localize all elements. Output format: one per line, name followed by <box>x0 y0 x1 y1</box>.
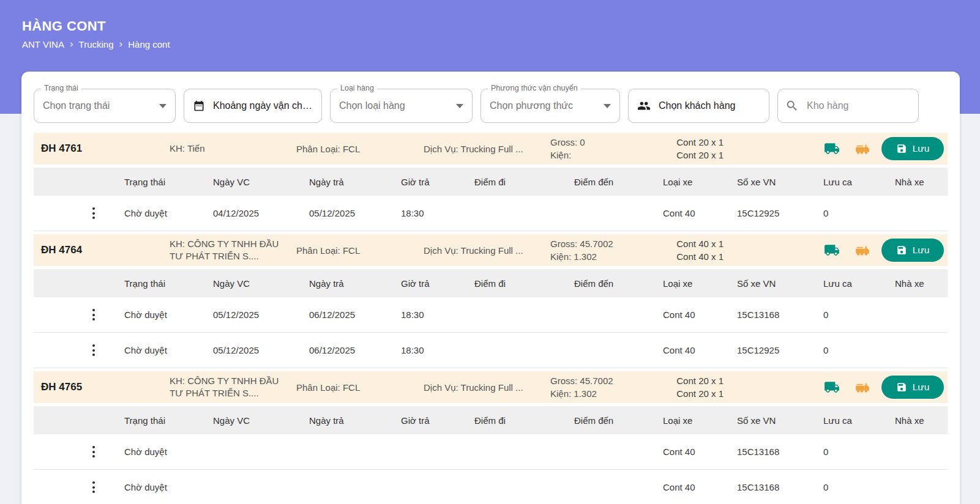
page-title: HÀNG CONT <box>22 18 980 34</box>
cell-status: Chờ duyệt <box>124 345 213 355</box>
order-gross: Gross: 45.7002 <box>550 374 656 387</box>
truck-icon[interactable] <box>824 141 840 157</box>
order-row: ĐH 4764 KH: CÔNG TY TNHH ĐẦU TƯ PHÁT TRI… <box>34 234 948 266</box>
row-menu-button[interactable] <box>89 479 99 495</box>
column-header: Trạng thái <box>124 177 213 187</box>
warehouse-search-input[interactable] <box>807 100 911 111</box>
column-header: Lưu ca <box>823 177 895 187</box>
customer-select-label: Chọn khách hàng <box>659 100 735 111</box>
row-menu-cell <box>34 443 124 460</box>
breadcrumb-current: Hàng cont <box>128 39 170 50</box>
order-id: ĐH 4764 <box>34 244 170 256</box>
cell-loai-xe: Cont 40 <box>663 309 737 320</box>
table-row: Chờ duyệt 04/12/2025 05/12/2025 18:30 Co… <box>34 196 948 231</box>
row-menu-button[interactable] <box>89 205 99 221</box>
row-menu-cell <box>34 342 124 358</box>
column-header: Trạng thái <box>124 415 213 426</box>
status-select-label: Trạng thái <box>41 84 81 92</box>
calendar-icon <box>193 100 205 112</box>
column-header-row: Trạng thái Ngày VC Ngày trả Giờ trả Điểm… <box>34 406 948 434</box>
order-service: Dịch Vụ: Trucking Full ... <box>424 245 550 256</box>
cell-loai-xe: Cont 40 <box>663 482 737 492</box>
order-service: Dịch Vụ: Trucking Full ... <box>424 144 550 154</box>
column-header: Ngày trả <box>309 415 401 426</box>
fire-truck-icon[interactable] <box>855 379 870 395</box>
fire-truck-icon[interactable] <box>855 141 870 157</box>
order-gross: Gross: 45.7002 <box>550 237 656 250</box>
column-header: Ngày VC <box>213 415 309 426</box>
column-header: Lưu ca <box>823 415 895 426</box>
table-row: Chờ duyệt Cont 40 15C13168 0 <box>34 434 948 470</box>
breadcrumb-ant-vina[interactable]: ANT VINA <box>22 39 64 50</box>
order-customer: KH: CÔNG TY TNHH ĐẦU TƯ PHÁT TRIỂN S.... <box>170 375 296 399</box>
cell-status: Chờ duyệt <box>124 309 213 320</box>
cell-ngay-vc: 05/12/2025 <box>213 345 309 355</box>
save-button[interactable]: Lưu <box>881 239 944 262</box>
column-header: Điểm đi <box>474 177 574 187</box>
truck-icon[interactable] <box>824 242 840 258</box>
column-header: Số xe VN <box>737 278 823 289</box>
column-header: Giờ trả <box>401 278 474 289</box>
order-cont-line: Cont 40 x 1 <box>660 250 724 263</box>
order-gross-kien: Gross: 0 Kiện: <box>550 136 660 161</box>
cell-luu-ca: 0 <box>823 447 895 457</box>
cell-ngay-tra: 05/12/2025 <box>309 208 401 218</box>
cell-loai-xe: Cont 40 <box>663 208 737 218</box>
content-card: Trạng thái Chọn trạng thái Khoảng ngày v… <box>21 72 960 504</box>
row-menu-button[interactable] <box>89 306 99 323</box>
date-range-button[interactable]: Khoảng ngày vận ch… <box>184 89 322 123</box>
order-row: ĐH 4761 KH: Tiến Phân Loại: FCL Dịch Vụ:… <box>34 133 948 165</box>
save-button[interactable]: Lưu <box>881 376 944 399</box>
people-icon <box>637 99 651 113</box>
table-row: Chờ duyệt Cont 40 15C13168 0 <box>34 470 948 504</box>
cell-ngay-vc: 04/12/2025 <box>213 208 309 218</box>
cell-loai-xe: Cont 40 <box>663 447 737 457</box>
truck-icon[interactable] <box>824 379 840 395</box>
order-cont-line: Cont 40 x 1 <box>660 237 724 250</box>
order-service: Dịch Vụ: Trucking Full ... <box>424 382 550 393</box>
caret-down-icon <box>456 104 463 108</box>
cell-loai-xe: Cont 40 <box>663 345 737 355</box>
cell-status: Chờ duyệt <box>124 208 213 218</box>
floppy-disk-icon <box>896 143 907 154</box>
column-header: Loại xe <box>663 415 737 426</box>
cargo-type-select[interactable]: Loại hàng Chọn loại hàng <box>330 89 473 123</box>
customer-select-button[interactable]: Chọn khách hàng <box>628 89 769 123</box>
column-header: Loại xe <box>663 177 737 187</box>
column-header: Số xe VN <box>737 415 823 426</box>
order-kien: Kiện: 1.302 <box>550 250 656 263</box>
chevron-right-icon: › <box>70 39 73 49</box>
order-cont-summary: Cont 40 x 1 Cont 40 x 1 <box>660 237 728 263</box>
column-header: Giờ trả <box>401 177 474 187</box>
column-header: Điểm đi <box>474 415 574 426</box>
order-cont-line: Cont 20 x 1 <box>660 149 724 161</box>
breadcrumb-trucking[interactable]: Trucking <box>79 39 114 50</box>
cell-ngay-tra: 06/12/2025 <box>309 345 401 355</box>
orders-table: ĐH 4761 KH: Tiến Phân Loại: FCL Dịch Vụ:… <box>34 133 948 504</box>
transport-method-select-label: Phương thức vận chuyển <box>488 84 581 92</box>
row-menu-button[interactable] <box>89 443 99 460</box>
order-id: ĐH 4761 <box>34 143 170 155</box>
table-row: Chờ duyệt 05/12/2025 06/12/2025 18:30 Co… <box>34 297 948 333</box>
transport-method-select[interactable]: Phương thức vận chuyển Chọn phương thức <box>481 89 620 123</box>
cargo-type-select-label: Loại hàng <box>337 84 377 92</box>
column-header: Ngày VC <box>213 278 309 289</box>
caret-down-icon <box>604 104 611 108</box>
column-header: Lưu ca <box>823 278 895 289</box>
row-menu-button[interactable] <box>89 342 99 358</box>
magnifier-icon <box>785 99 799 113</box>
order-cont-summary: Cont 20 x 1 Cont 20 x 1 <box>660 136 728 161</box>
order-actions <box>824 141 881 157</box>
status-select[interactable]: Trạng thái Chọn trạng thái <box>34 89 176 123</box>
column-header: Điểm đến <box>574 415 663 426</box>
fire-truck-icon[interactable] <box>855 242 870 258</box>
cell-luu-ca: 0 <box>823 208 895 218</box>
status-select-value: Chọn trạng thái <box>43 100 110 111</box>
cell-so-xe-vn: 15C12925 <box>737 345 823 355</box>
save-button[interactable]: Lưu <box>881 137 944 160</box>
column-header: Giờ trả <box>401 415 474 426</box>
order-cont-line: Cont 20 x 1 <box>660 136 724 149</box>
cell-status: Chờ duyệt <box>124 447 213 457</box>
column-header: Điểm đến <box>574 177 663 187</box>
cell-gio-tra: 18:30 <box>401 345 474 355</box>
